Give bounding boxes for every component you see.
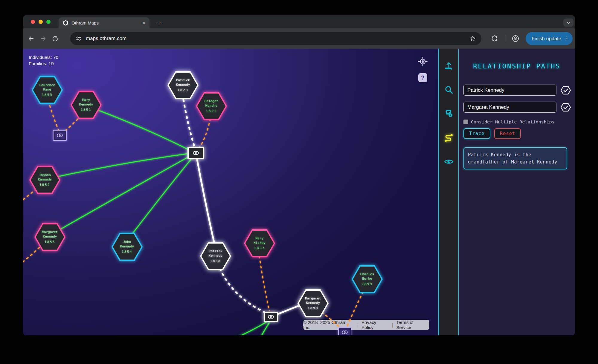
person-node-patrick-kennedy-1858[interactable]: PatrickKennedy1858 <box>200 242 231 270</box>
bookmark-star-icon[interactable] <box>469 35 476 42</box>
person-name: LaurenceKane <box>39 83 55 92</box>
person-year: 1857 <box>254 246 265 250</box>
tab-othram-maps[interactable]: Othram Maps × <box>59 17 150 28</box>
browser-window: Othram Maps × + maps.othram.com <box>23 15 575 335</box>
marriage-rings-icon <box>267 314 275 319</box>
person2-input[interactable] <box>463 102 556 113</box>
relationship-result-box: Patrick Kennedy is the grandfather of Ma… <box>463 147 567 169</box>
finish-update-button[interactable]: Finish update ⋮ <box>526 32 573 45</box>
locate-crosshair-icon[interactable] <box>418 56 428 67</box>
person-name: MaryKennedy <box>79 98 93 107</box>
eye-icon[interactable] <box>443 156 454 167</box>
search-icon[interactable] <box>443 85 454 95</box>
tab-close-icon[interactable]: × <box>142 20 145 26</box>
tab-strip: Othram Maps × + <box>23 15 575 28</box>
toolbar-divider <box>505 35 505 42</box>
person2-valid-check-icon <box>561 103 571 112</box>
window-minimize-button[interactable] <box>39 20 43 24</box>
favicon-hexagon-icon <box>63 20 68 26</box>
person-name: MargaretKennedy <box>305 296 321 305</box>
browser-toolbar: maps.othram.com Finish update ⋮ <box>23 28 575 49</box>
person-node-patrick-kennedy-1823[interactable]: PatrickKennedy1823 <box>167 71 199 99</box>
families-count: Families: 19 <box>29 60 58 67</box>
person-year: 1852 <box>39 183 51 187</box>
url-text[interactable]: maps.othram.com <box>86 36 465 42</box>
person-node-laurence-kane-1853[interactable]: LaurenceKane1853 <box>32 76 63 104</box>
window-zoom-button[interactable] <box>46 20 51 24</box>
relationship-paths-panel: RELATIONSHIP PATHS Consider Multiple Rel… <box>458 49 575 335</box>
help-button[interactable]: ? <box>418 73 427 82</box>
reset-button[interactable]: Reset <box>494 128 521 139</box>
new-tab-button[interactable]: + <box>155 19 163 27</box>
person-node-margaret-kennedy-1898[interactable]: MargaretKennedy1898 <box>298 289 329 317</box>
person-year: 1855 <box>45 240 56 244</box>
forward-button[interactable] <box>37 33 49 45</box>
route-icon[interactable] <box>443 132 454 143</box>
address-bar[interactable]: maps.othram.com <box>70 32 481 45</box>
extensions-puzzle-icon[interactable] <box>489 33 501 45</box>
individuals-count: Individuals: 70 <box>29 54 58 60</box>
person-year: 1823 <box>178 88 189 92</box>
person-node-mary-kennedy-1851[interactable]: MaryKennedy1851 <box>71 91 102 119</box>
person-node-john-kennedy-1854[interactable]: JohnKennedy1854 <box>112 233 143 261</box>
person-node-joanna-kennedy-1852[interactable]: JoannaKennedy1852 <box>29 166 60 194</box>
person-node-charles-burke-1899[interactable]: CharlesBurke1899 <box>352 265 383 293</box>
person-name: CharlesBurke <box>360 272 374 281</box>
person-year: 1898 <box>308 306 319 310</box>
family-link-node-family-kane-kennedy[interactable] <box>53 130 67 141</box>
consider-multiple-label: Consider Multiple Relationships <box>471 120 555 124</box>
panel-title: RELATIONSHIP PATHS <box>463 62 570 70</box>
family-link-node-family-kennedy-murphy[interactable] <box>187 147 204 159</box>
trace-button[interactable]: Trace <box>463 128 490 139</box>
marriage-rings-icon <box>56 133 64 138</box>
tab-search-chevron-icon[interactable] <box>563 19 573 27</box>
upload-icon[interactable] <box>443 61 454 71</box>
graph-stats: Individuals: 70 Families: 19 <box>29 54 58 67</box>
browser-menu-kebab-icon[interactable]: ⋮ <box>564 37 570 39</box>
svg-text:i: i <box>450 114 451 117</box>
tab-title: Othram Maps <box>71 20 139 25</box>
consider-multiple-checkbox-row[interactable]: Consider Multiple Relationships <box>463 120 555 124</box>
person-node-bridget-murphy-1821[interactable]: BridgetMurphy1821 <box>196 92 227 120</box>
person-year: 1854 <box>122 250 133 254</box>
tool-sidebar: i <box>439 49 458 335</box>
person-name: JoannaKennedy <box>38 173 52 182</box>
person1-valid-check-icon <box>561 86 571 95</box>
person-year: 1899 <box>362 282 373 286</box>
person1-input[interactable] <box>463 85 556 96</box>
person-name: BridgetMurphy <box>205 99 218 108</box>
family-graph-canvas[interactable]: Individuals: 70 Families: 19 ? LaurenceK… <box>23 49 438 335</box>
person-name: PatrickKennedy <box>209 249 222 258</box>
site-settings-icon[interactable] <box>76 36 82 42</box>
person-name: PatrickKennedy <box>176 78 190 87</box>
back-button[interactable] <box>25 33 37 45</box>
reload-button[interactable] <box>49 33 61 45</box>
window-close-button[interactable] <box>31 20 35 24</box>
person-name: MargaretKennedy <box>42 230 58 239</box>
person-name: JohnKennedy <box>120 240 134 249</box>
marriage-rings-icon <box>341 330 349 335</box>
family-link-node-family-kennedy-hickey[interactable] <box>264 312 278 322</box>
person-name: MaryHickey <box>254 236 266 245</box>
person-year: 1858 <box>210 259 221 263</box>
person-year: 1821 <box>206 109 217 113</box>
marriage-rings-icon <box>192 151 200 155</box>
family-link-node-family-kennedy-burke[interactable] <box>338 327 351 335</box>
person-node-margaret-kennedy-1855[interactable]: MargaretKennedy1855 <box>34 223 65 251</box>
person-year: 1853 <box>42 93 53 97</box>
profile-avatar-icon[interactable] <box>509 33 521 45</box>
person-node-mary-hickey-1857[interactable]: MaryHickey1857 <box>244 229 275 257</box>
person-year: 1851 <box>81 108 92 112</box>
report-info-icon[interactable]: i <box>443 108 454 119</box>
consider-multiple-checkbox[interactable] <box>463 120 468 124</box>
